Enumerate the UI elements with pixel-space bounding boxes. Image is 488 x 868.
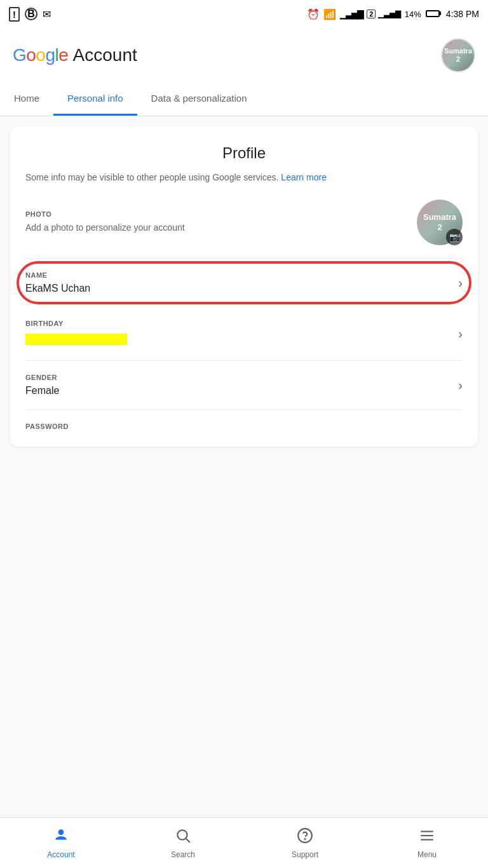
svg-line-2 [186,838,190,842]
name-row[interactable]: NAME EkaMS Uchan › [20,259,468,307]
nav-search[interactable]: Search [122,818,244,868]
main-content: Profile Some info may be visible to othe… [0,116,488,510]
status-left-icons: ! B ✉ [9,7,51,22]
signal-icon-2: 2 ▁▃▅▇ [367,10,400,18]
profile-photo-avatar[interactable]: Sumatra 2 📷 [417,200,463,245]
battery-icon [425,10,440,19]
password-label: PASSWORD [25,423,69,430]
gender-info: GENDER Female [25,374,59,397]
svg-point-4 [304,838,305,839]
google-logo: Google [13,45,73,65]
status-bar: ! B ✉ ⏰ 📶 ▁▃▅▇ 2 ▁▃▅▇ 14% 4:38 PM [0,0,488,28]
google-account-title: Google Account [13,45,137,65]
tab-home[interactable]: Home [0,83,53,116]
profile-card: Profile Some info may be visible to othe… [10,126,478,447]
gender-chevron-icon: › [458,378,463,393]
tab-data-personalization[interactable]: Data & personalization [137,83,261,116]
name-value: EkaMS Uchan [25,283,90,294]
birthday-label: BIRTHDAY [25,320,127,327]
photo-label: PHOTO [25,210,185,218]
support-nav-icon [297,827,313,848]
header-avatar[interactable]: Sumatra 2 [441,38,475,72]
account-text: Account [73,45,137,65]
gender-row[interactable]: GENDER Female › [25,361,463,410]
search-nav-icon [175,827,191,848]
mail-icon: ✉ [43,8,51,20]
nav-account-label: Account [47,850,74,859]
learn-more-link[interactable]: Learn more [281,172,327,182]
nav-account[interactable]: Account [0,818,122,868]
photo-info: PHOTO Add a photo to personalize your ac… [25,210,185,234]
nav-menu[interactable]: Menu [366,818,488,868]
profile-title: Profile [25,144,463,162]
camera-icon: 📷 [446,229,463,245]
photo-description: Add a photo to personalize your account [25,222,185,234]
birthday-chevron-icon: › [458,327,463,341]
account-nav-icon [53,827,69,848]
nav-search-label: Search [171,850,195,859]
wifi-icon: 📶 [323,8,336,20]
password-info: PASSWORD [25,423,69,434]
notification-icon: ! [9,7,20,22]
status-right-icons: ⏰ 📶 ▁▃▅▇ 2 ▁▃▅▇ 14% 4:38 PM [307,8,479,20]
birthday-row[interactable]: BIRTHDAY › [25,307,463,361]
nav-menu-label: Menu [417,850,437,859]
photo-section[interactable]: PHOTO Add a photo to personalize your ac… [25,187,463,259]
alarm-icon: ⏰ [307,8,320,20]
name-info: NAME EkaMS Uchan [25,271,90,294]
header: Google Account Sumatra 2 [0,28,488,83]
gender-value: Female [25,385,59,397]
tab-bar: Home Personal info Data & personalizatio… [0,83,488,116]
nav-support-label: Support [292,850,318,859]
name-chevron-icon: › [458,276,463,290]
name-label: NAME [25,271,90,279]
bottom-nav: Account Search Support Menu [0,817,488,868]
tab-personal-info[interactable]: Personal info [53,83,137,116]
password-row[interactable]: PASSWORD [25,410,463,447]
battery-percent: 14% [405,10,421,19]
gender-label: GENDER [25,374,59,381]
birthday-info: BIRTHDAY [25,320,127,348]
nav-support[interactable]: Support [244,818,366,868]
svg-point-1 [177,830,187,839]
time-display: 4:38 PM [446,9,479,19]
menu-nav-icon [419,827,435,848]
birthday-value-highlight [25,334,127,345]
profile-subtitle: Some info may be visible to other people… [25,171,463,184]
svg-point-0 [58,829,64,835]
signal-icon-1: ▁▃▅▇ [340,9,363,19]
name-section-wrapper: NAME EkaMS Uchan › [20,259,468,307]
chat-icon: B [25,8,37,20]
